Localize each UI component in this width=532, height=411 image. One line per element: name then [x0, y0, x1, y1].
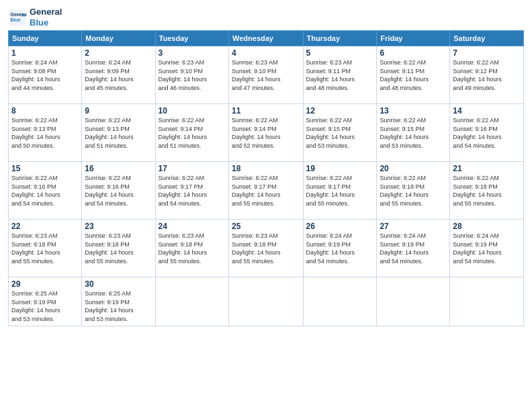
- day-info: Sunrise: 6:23 AM Sunset: 9:18 PM Dayligh…: [11, 232, 79, 265]
- calendar-cell: [377, 277, 450, 326]
- calendar-cell: [155, 277, 228, 326]
- day-info: Sunrise: 6:24 AM Sunset: 9:08 PM Dayligh…: [11, 58, 79, 92]
- day-number: 27: [380, 222, 447, 231]
- day-header-thursday: Thursday: [303, 31, 377, 46]
- day-number: 30: [85, 279, 152, 289]
- day-number: 23: [85, 222, 152, 231]
- day-info: Sunrise: 6:22 AM Sunset: 9:18 PM Dayligh…: [380, 174, 447, 208]
- day-info: Sunrise: 6:22 AM Sunset: 9:17 PM Dayligh…: [159, 174, 226, 208]
- day-info: Sunrise: 6:22 AM Sunset: 9:15 PM Dayligh…: [306, 116, 374, 150]
- day-number: 17: [159, 164, 226, 173]
- day-number: 1: [11, 48, 79, 58]
- day-number: 10: [159, 106, 226, 116]
- calendar-cell: 4Sunrise: 6:23 AM Sunset: 9:10 PM Daylig…: [229, 46, 304, 104]
- calendar-cell: 27Sunrise: 6:24 AM Sunset: 9:19 PM Dayli…: [377, 220, 450, 277]
- calendar-cell: 2Sunrise: 6:24 AM Sunset: 9:09 PM Daylig…: [82, 46, 155, 104]
- calendar-cell: 9Sunrise: 6:22 AM Sunset: 9:13 PM Daylig…: [82, 104, 155, 162]
- day-number: 22: [11, 222, 79, 231]
- calendar-cell: 22Sunrise: 6:23 AM Sunset: 9:18 PM Dayli…: [9, 220, 82, 277]
- day-info: Sunrise: 6:24 AM Sunset: 9:19 PM Dayligh…: [380, 232, 447, 265]
- calendar-cell: 16Sunrise: 6:22 AM Sunset: 9:16 PM Dayli…: [82, 162, 155, 220]
- calendar-cell: 10Sunrise: 6:22 AM Sunset: 9:14 PM Dayli…: [155, 104, 228, 162]
- day-number: 3: [159, 48, 226, 58]
- day-info: Sunrise: 6:22 AM Sunset: 9:12 PM Dayligh…: [453, 58, 521, 92]
- calendar-cell: 21Sunrise: 6:22 AM Sunset: 9:18 PM Dayli…: [450, 162, 524, 220]
- day-info: Sunrise: 6:22 AM Sunset: 9:16 PM Dayligh…: [11, 174, 79, 208]
- day-number: 9: [85, 106, 152, 116]
- day-number: 2: [85, 48, 152, 58]
- day-info: Sunrise: 6:22 AM Sunset: 9:18 PM Dayligh…: [453, 174, 521, 208]
- calendar-cell: 12Sunrise: 6:22 AM Sunset: 9:15 PM Dayli…: [303, 104, 377, 162]
- calendar-cell: 1Sunrise: 6:24 AM Sunset: 9:08 PM Daylig…: [9, 46, 82, 104]
- day-info: Sunrise: 6:23 AM Sunset: 9:11 PM Dayligh…: [306, 58, 374, 92]
- svg-text:Blue: Blue: [11, 17, 21, 22]
- day-info: Sunrise: 6:23 AM Sunset: 9:10 PM Dayligh…: [232, 58, 300, 92]
- day-info: Sunrise: 6:22 AM Sunset: 9:13 PM Dayligh…: [85, 116, 152, 150]
- day-info: Sunrise: 6:24 AM Sunset: 9:09 PM Dayligh…: [85, 58, 152, 92]
- day-info: Sunrise: 6:22 AM Sunset: 9:16 PM Dayligh…: [85, 174, 152, 208]
- day-info: Sunrise: 6:22 AM Sunset: 9:11 PM Dayligh…: [380, 58, 447, 92]
- day-number: 19: [306, 164, 374, 173]
- day-info: Sunrise: 6:22 AM Sunset: 9:15 PM Dayligh…: [380, 116, 447, 150]
- day-number: 13: [380, 106, 447, 116]
- day-number: 16: [85, 164, 152, 173]
- calendar-cell: 26Sunrise: 6:24 AM Sunset: 9:19 PM Dayli…: [303, 220, 377, 277]
- day-info: Sunrise: 6:22 AM Sunset: 9:16 PM Dayligh…: [453, 116, 521, 150]
- day-number: 15: [11, 164, 79, 173]
- day-number: 21: [453, 164, 521, 173]
- day-header-monday: Monday: [82, 31, 155, 46]
- day-number: 7: [453, 48, 521, 58]
- calendar-cell: 23Sunrise: 6:23 AM Sunset: 9:18 PM Dayli…: [82, 220, 155, 277]
- day-number: 26: [306, 222, 374, 231]
- day-number: 29: [11, 279, 79, 289]
- calendar-cell: 6Sunrise: 6:22 AM Sunset: 9:11 PM Daylig…: [377, 46, 450, 104]
- calendar-cell: 3Sunrise: 6:23 AM Sunset: 9:10 PM Daylig…: [155, 46, 228, 104]
- calendar-cell: 20Sunrise: 6:22 AM Sunset: 9:18 PM Dayli…: [377, 162, 450, 220]
- calendar-cell: 17Sunrise: 6:22 AM Sunset: 9:17 PM Dayli…: [155, 162, 228, 220]
- calendar-cell: [229, 277, 304, 326]
- calendar-cell: 7Sunrise: 6:22 AM Sunset: 9:12 PM Daylig…: [450, 46, 524, 104]
- day-info: Sunrise: 6:23 AM Sunset: 9:18 PM Dayligh…: [85, 232, 152, 265]
- calendar-cell: 24Sunrise: 6:23 AM Sunset: 9:18 PM Dayli…: [155, 220, 228, 277]
- day-header-wednesday: Wednesday: [229, 31, 304, 46]
- day-info: Sunrise: 6:24 AM Sunset: 9:19 PM Dayligh…: [306, 232, 374, 265]
- calendar-cell: 15Sunrise: 6:22 AM Sunset: 9:16 PM Dayli…: [9, 162, 82, 220]
- day-number: 4: [232, 48, 300, 58]
- calendar-cell: 29Sunrise: 6:25 AM Sunset: 9:19 PM Dayli…: [9, 277, 82, 326]
- logo-icon: General Blue: [8, 8, 27, 27]
- day-number: 20: [380, 164, 447, 173]
- day-info: Sunrise: 6:23 AM Sunset: 9:10 PM Dayligh…: [159, 58, 226, 92]
- day-info: Sunrise: 6:23 AM Sunset: 9:18 PM Dayligh…: [159, 232, 226, 265]
- calendar-cell: 5Sunrise: 6:23 AM Sunset: 9:11 PM Daylig…: [303, 46, 377, 104]
- day-number: 24: [159, 222, 226, 231]
- day-header-saturday: Saturday: [450, 31, 524, 46]
- calendar-table: SundayMondayTuesdayWednesdayThursdayFrid…: [8, 30, 524, 326]
- day-info: Sunrise: 6:22 AM Sunset: 9:14 PM Dayligh…: [159, 116, 226, 150]
- calendar-cell: 30Sunrise: 6:25 AM Sunset: 9:19 PM Dayli…: [82, 277, 155, 326]
- calendar-cell: 25Sunrise: 6:23 AM Sunset: 9:18 PM Dayli…: [229, 220, 304, 277]
- logo-text: General Blue: [30, 7, 62, 28]
- day-number: 11: [232, 106, 300, 116]
- day-info: Sunrise: 6:23 AM Sunset: 9:18 PM Dayligh…: [232, 232, 300, 265]
- day-info: Sunrise: 6:22 AM Sunset: 9:14 PM Dayligh…: [232, 116, 300, 150]
- day-info: Sunrise: 6:25 AM Sunset: 9:19 PM Dayligh…: [11, 289, 79, 323]
- day-info: Sunrise: 6:25 AM Sunset: 9:19 PM Dayligh…: [85, 289, 152, 323]
- day-header-sunday: Sunday: [9, 31, 82, 46]
- calendar-cell: 14Sunrise: 6:22 AM Sunset: 9:16 PM Dayli…: [450, 104, 524, 162]
- day-number: 18: [232, 164, 300, 173]
- day-info: Sunrise: 6:24 AM Sunset: 9:19 PM Dayligh…: [453, 232, 521, 265]
- logo: General Blue General Blue: [8, 7, 62, 28]
- calendar-cell: 8Sunrise: 6:22 AM Sunset: 9:13 PM Daylig…: [9, 104, 82, 162]
- day-info: Sunrise: 6:22 AM Sunset: 9:13 PM Dayligh…: [11, 116, 79, 150]
- calendar-cell: [450, 277, 524, 326]
- calendar-cell: [303, 277, 377, 326]
- day-info: Sunrise: 6:22 AM Sunset: 9:17 PM Dayligh…: [306, 174, 374, 208]
- calendar-cell: 18Sunrise: 6:22 AM Sunset: 9:17 PM Dayli…: [229, 162, 304, 220]
- day-number: 6: [380, 48, 447, 58]
- calendar-cell: 28Sunrise: 6:24 AM Sunset: 9:19 PM Dayli…: [450, 220, 524, 277]
- day-number: 28: [453, 222, 521, 231]
- calendar-cell: 13Sunrise: 6:22 AM Sunset: 9:15 PM Dayli…: [377, 104, 450, 162]
- day-number: 8: [11, 106, 79, 116]
- day-number: 14: [453, 106, 521, 116]
- day-header-tuesday: Tuesday: [155, 31, 228, 46]
